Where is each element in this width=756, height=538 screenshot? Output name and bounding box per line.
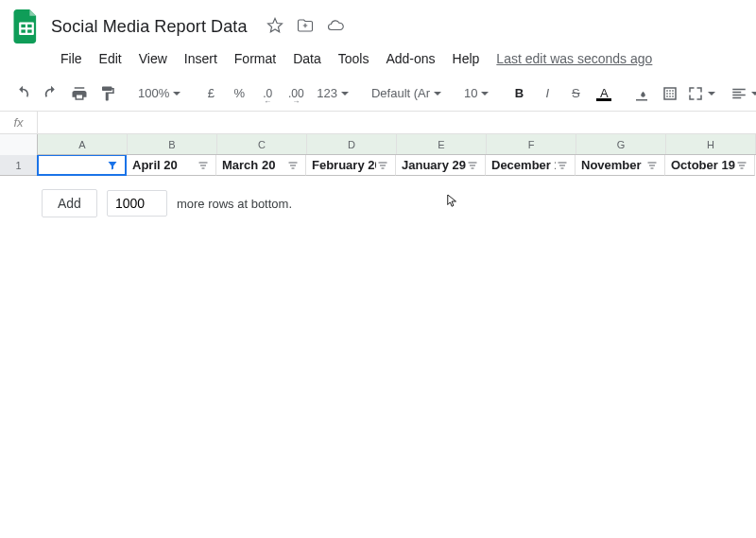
zoom-select[interactable]: 100% [132,80,186,107]
cell-D1[interactable]: February 20 [306,155,396,176]
cell-B1[interactable]: April 20 [127,155,216,176]
text-color-button[interactable]: A [591,80,617,107]
cell-C1[interactable]: March 20 [216,155,306,176]
star-icon[interactable] [266,17,284,37]
add-rows-section: Add more rows at bottom. [0,176,756,217]
row-head-1[interactable]: 1 [0,155,38,176]
column-headers: A B C D E F G H [0,134,756,155]
menu-help[interactable]: Help [445,47,488,70]
menu-addons[interactable]: Add-ons [378,47,442,70]
menu-bar: File Edit View Insert Format Data Tools … [0,45,756,72]
svg-rect-4 [27,29,32,32]
percent-button[interactable]: % [226,80,252,107]
col-head-E[interactable]: E [397,134,487,154]
move-icon[interactable] [297,17,314,37]
cloud-status-icon[interactable] [327,17,344,37]
filter-icon[interactable] [645,159,659,172]
sheets-app-icon[interactable] [8,8,45,45]
fill-color-button[interactable] [628,80,655,107]
cell-A1[interactable] [37,155,127,176]
more-formats-select[interactable]: 123 [311,80,354,107]
select-all-corner[interactable] [0,134,38,155]
menu-tools[interactable]: Tools [331,47,377,70]
cell-E1[interactable]: January 29 [396,155,486,176]
svg-rect-2 [27,25,32,27]
spreadsheet-grid: A B C D E F G H 1 April 20 March 20 Febr… [0,134,756,217]
font-size-select[interactable]: 10 [458,80,494,107]
filter-icon[interactable] [286,159,300,172]
undo-button[interactable] [9,80,36,107]
menu-format[interactable]: Format [227,47,284,70]
strikethrough-button[interactable]: S [562,80,589,107]
menu-view[interactable]: View [131,47,175,70]
italic-button[interactable]: I [534,80,560,107]
svg-rect-3 [21,29,26,32]
filter-icon[interactable] [106,159,119,172]
filter-icon[interactable] [376,159,389,172]
menu-edit[interactable]: Edit [92,47,129,70]
redo-button[interactable] [38,80,64,107]
filter-icon[interactable] [197,159,210,172]
cell-H1[interactable]: October 19 [665,155,755,176]
add-rows-button[interactable]: Add [42,189,97,217]
col-head-D[interactable]: D [307,134,397,154]
toolbar: 100% £ % .0← .00→ 123 Default (Ari... 10… [0,76,756,112]
svg-rect-0 [19,23,34,36]
row-1: 1 April 20 March 20 February 20 January … [0,155,756,176]
col-head-C[interactable]: C [217,134,307,154]
doc-title[interactable]: Social Media Report Data [51,17,255,37]
fx-label: fx [0,112,38,133]
menu-insert[interactable]: Insert [177,47,225,70]
cell-F1[interactable]: December 19 [486,155,576,176]
decrease-decimal-button[interactable]: .0← [254,80,281,107]
col-head-H[interactable]: H [666,134,756,154]
filter-icon[interactable] [735,159,748,172]
menu-data[interactable]: Data [285,47,329,70]
col-head-B[interactable]: B [128,134,217,154]
svg-rect-1 [21,25,26,27]
last-edit-link[interactable]: Last edit was seconds ago [496,51,652,66]
filter-icon[interactable] [466,159,479,172]
col-head-F[interactable]: F [487,134,576,154]
add-rows-count-input[interactable] [107,190,167,217]
increase-decimal-button[interactable]: .00→ [283,80,309,107]
paint-format-button[interactable] [94,80,121,107]
currency-button[interactable]: £ [198,80,224,107]
print-button[interactable] [66,80,93,107]
filter-icon[interactable] [556,159,569,172]
bold-button[interactable]: B [506,80,532,107]
font-family-select[interactable]: Default (Ari... [366,80,447,107]
menu-file[interactable]: File [53,47,90,70]
formula-input[interactable] [38,112,756,133]
borders-button[interactable] [657,80,683,107]
horizontal-align-button[interactable] [729,80,756,107]
col-head-A[interactable]: A [38,134,128,154]
cell-G1[interactable]: November 19 [576,155,665,176]
title-bar: Social Media Report Data [0,0,756,45]
formula-bar: fx [0,112,756,134]
merge-cells-button[interactable] [685,80,717,107]
add-rows-suffix-label: more rows at bottom. [177,197,292,211]
col-head-G[interactable]: G [576,134,666,154]
